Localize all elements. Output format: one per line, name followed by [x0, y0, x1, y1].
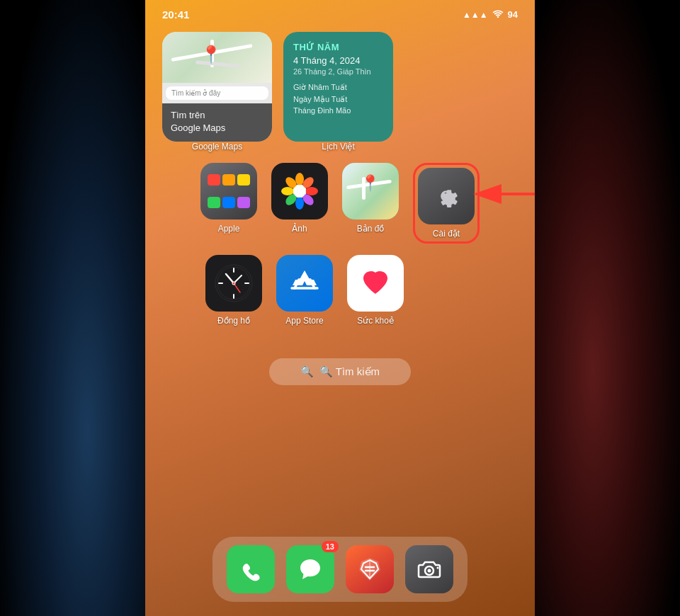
signal-icon: ▲▲▲ — [463, 10, 488, 20]
app-appstore[interactable]: A App Store — [276, 255, 333, 326]
app-health-label: Sức khoẻ — [357, 316, 394, 326]
app-appstore-label: App Store — [285, 316, 323, 326]
svg-point-27 — [428, 569, 431, 573]
maps-widget-label: Google Maps — [162, 142, 272, 152]
status-bar: 20:41 ▲▲▲ 94 — [145, 0, 535, 26]
app-row-2: Đồng hồ A App Store — [145, 255, 535, 326]
cal-details: Giờ Nhâm Tuất Ngày Mậu Tuất Tháng Đinh M… — [293, 81, 383, 117]
app-settings[interactable]: Cài đặt — [413, 163, 480, 244]
svg-point-28 — [437, 567, 439, 569]
app-photos-label: Ảnh — [292, 224, 307, 234]
app-clock-label: Đồng hồ — [217, 316, 250, 326]
app-photos[interactable]: Ảnh — [271, 163, 328, 244]
app-settings-label: Cài đặt — [433, 229, 460, 239]
phone-screen: 20:41 ▲▲▲ 94 📍 — [145, 0, 535, 616]
status-icons: ▲▲▲ 94 — [463, 9, 518, 20]
messages-badge: 13 — [322, 541, 339, 552]
svg-point-4 — [305, 187, 318, 195]
search-bar-container: 🔍 🔍 Tìm kiếm — [145, 337, 535, 399]
widgets-row: 📍 Tìm kiếm ở đây Tìm trênGoogle Maps Goo… — [145, 26, 535, 157]
battery-level: 94 — [508, 9, 518, 20]
svg-point-23 — [233, 283, 235, 285]
side-panel-right — [535, 0, 680, 616]
dock-phone[interactable] — [227, 545, 275, 593]
svg-point-8 — [281, 187, 294, 195]
side-panel-left — [0, 0, 145, 616]
svg-point-0 — [497, 16, 498, 18]
dock: 13 — [212, 537, 468, 602]
app-maps-label: Bản đồ — [357, 224, 385, 234]
search-pill[interactable]: 🔍 🔍 Tìm kiếm — [269, 358, 411, 385]
cal-date-solar: 4 Tháng 4, 2024 — [293, 55, 383, 66]
app-apple-label: Apple — [218, 224, 240, 234]
search-icon: 🔍 — [300, 365, 314, 378]
dock-camera[interactable] — [405, 545, 453, 593]
dock-brave[interactable] — [346, 545, 394, 593]
cal-day-name: THỨ NĂM — [293, 42, 383, 52]
calendar-widget-label: Lịch Việt — [283, 142, 393, 152]
app-clock[interactable]: Đồng hồ — [205, 255, 262, 326]
svg-point-10 — [293, 185, 306, 198]
cal-date-lunar: 26 Tháng 2, Giáp Thìn — [293, 67, 383, 76]
app-apple[interactable]: Apple — [200, 163, 257, 244]
app-row-1: Apple Ảnh — [145, 163, 535, 244]
settings-wrapper: Cài đặt — [413, 163, 480, 244]
calendar-widget[interactable]: THỨ NĂM 4 Tháng 4, 2024 26 Tháng 2, Giáp… — [283, 32, 393, 152]
wifi-icon — [492, 9, 504, 20]
search-label: 🔍 Tìm kiếm — [319, 365, 380, 378]
app-health[interactable]: Sức khoẻ — [347, 255, 404, 326]
svg-point-6 — [295, 197, 304, 210]
status-time: 20:41 — [162, 8, 189, 21]
red-arrow — [472, 180, 535, 211]
maps-widget[interactable]: 📍 Tìm kiếm ở đây Tìm trênGoogle Maps Goo… — [162, 32, 272, 152]
svg-point-2 — [295, 173, 304, 186]
app-maps[interactable]: 📍 Bản đồ — [342, 163, 399, 244]
dock-messages[interactable]: 13 — [286, 545, 334, 593]
